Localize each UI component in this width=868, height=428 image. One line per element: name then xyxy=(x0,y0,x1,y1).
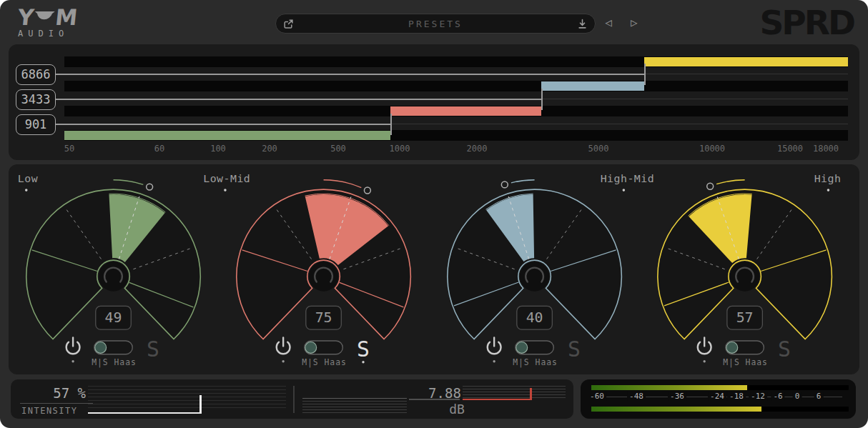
dial-knob-low[interactable] xyxy=(99,262,129,292)
meter-scale-label: -6 xyxy=(771,392,784,401)
band-segment-high-mid xyxy=(541,81,644,91)
prev-preset-button[interactable]: ◁ xyxy=(605,16,612,29)
crossover-freq-box[interactable]: 3433 xyxy=(16,89,56,110)
freq-axis-label: 10000 xyxy=(699,144,725,154)
meter-scale-label: -12 xyxy=(749,392,767,401)
db-handle[interactable] xyxy=(530,388,532,400)
bowl-icon xyxy=(34,11,56,23)
dial-knob-high-mid[interactable] xyxy=(520,262,550,292)
power-active-dot-low-mid xyxy=(282,360,284,362)
crossover-line xyxy=(54,74,644,75)
intensity-value: 57 % xyxy=(32,385,86,401)
intensity-slider[interactable] xyxy=(88,386,286,408)
ms-haas-toggle-knob-low-mid[interactable] xyxy=(305,342,317,353)
ms-haas-labels-low: M|S Haas xyxy=(92,357,137,368)
intensity-active-line xyxy=(88,412,200,414)
band-label-dot-low xyxy=(25,189,28,191)
meter-scale-label: -60 xyxy=(588,392,606,401)
meter-track-right xyxy=(591,407,849,412)
ms-haas-toggle-knob-high[interactable] xyxy=(726,342,738,353)
freq-axis-label: 200 xyxy=(262,144,277,154)
footer-divider xyxy=(293,386,295,413)
freq-axis-label: 18000 xyxy=(813,144,839,154)
ms-haas-labels-high-mid: M|S Haas xyxy=(513,357,558,368)
freq-axis-label: 50 xyxy=(64,144,74,154)
dial-indicator-handle-low-mid[interactable] xyxy=(364,187,370,194)
solo-button-low[interactable]: S xyxy=(147,337,159,362)
band-label-dot-low-mid xyxy=(224,189,227,191)
ms-haas-labels-high: M|S Haas xyxy=(723,357,768,368)
dial-indicator-arc-low xyxy=(114,180,144,185)
freq-axis-label: 100 xyxy=(210,144,226,154)
intensity-handle[interactable] xyxy=(199,395,202,414)
db-active-line xyxy=(463,399,531,400)
band-label-dot-high-mid xyxy=(623,189,626,191)
dial-value-low-mid: 75 xyxy=(315,309,332,326)
power-active-dot-low xyxy=(71,360,74,362)
dial-indicator-handle-high-mid[interactable] xyxy=(501,181,508,188)
dial-value-high-mid: 40 xyxy=(526,309,543,326)
band-label-dot-high xyxy=(827,189,830,191)
power-active-dot-high-mid xyxy=(493,360,495,362)
band-display-panel: 6866343390150601002005001000200050001000… xyxy=(9,44,859,160)
freq-axis-label: 60 xyxy=(154,144,164,154)
meter-scale-label: -24 xyxy=(708,392,726,401)
crossover-tick[interactable] xyxy=(390,114,392,135)
band-track-high-mid xyxy=(64,81,848,91)
dial-knob-low-mid[interactable] xyxy=(309,262,339,292)
dial-knob-high[interactable] xyxy=(730,262,760,292)
crossover-tick[interactable] xyxy=(541,89,543,110)
dial-indicator-arc-high xyxy=(716,180,745,184)
db-slider-positive[interactable] xyxy=(463,386,566,399)
band-label-low: Low xyxy=(18,172,38,185)
output-meter-panel: -60-48-36-24-18-12-606 xyxy=(581,379,856,419)
intensity-divider xyxy=(20,403,93,404)
band-segment-low-mid xyxy=(390,106,541,116)
crossover-freq-box[interactable]: 6866 xyxy=(16,64,56,85)
band-segment-low xyxy=(64,131,390,140)
intensity-label: INTENSITY xyxy=(21,406,78,416)
crossover-tick[interactable] xyxy=(644,64,646,85)
meter-fill-right xyxy=(591,407,761,412)
freq-axis-label: 500 xyxy=(330,144,346,154)
crossover-line xyxy=(54,124,390,125)
freq-axis-label: 1000 xyxy=(390,144,410,154)
solo-active-dot-low-mid xyxy=(362,361,364,363)
db-slider-negative[interactable] xyxy=(302,398,407,414)
meter-scale-label: 0 xyxy=(793,392,802,401)
brand-letter-y: Y xyxy=(16,6,35,28)
freq-axis-label: 2000 xyxy=(467,144,488,154)
ms-haas-toggle-knob-high-mid[interactable] xyxy=(516,342,528,353)
preset-bar[interactable]: PRESETS xyxy=(275,14,596,34)
dial-indicator-handle-low[interactable] xyxy=(147,184,153,190)
meter-track-left xyxy=(591,385,849,390)
solo-button-high-mid[interactable]: S xyxy=(568,337,581,362)
ms-haas-labels-low-mid: M|S Haas xyxy=(302,357,347,368)
db-unit: dB xyxy=(428,402,485,417)
ms-haas-toggle-knob-low[interactable] xyxy=(95,342,107,353)
dial-indicator-handle-high[interactable] xyxy=(707,183,714,189)
dials-canvas: 49LowM|S HaasS75Low-MidM|S HaasS40High-M… xyxy=(9,164,859,374)
meter-scale-label: -36 xyxy=(668,392,686,401)
band-label-low-mid: Low-Mid xyxy=(203,172,250,185)
db-slider-negative-top xyxy=(302,398,407,399)
crossover-freq-box[interactable]: 901 xyxy=(16,114,56,135)
meter-scale-label: -48 xyxy=(627,392,646,401)
freq-axis-label: 15000 xyxy=(777,144,803,154)
meter-scale-label: 6 xyxy=(814,392,824,401)
dial-value-low: 49 xyxy=(105,309,122,326)
sprd-logo: SPRD xyxy=(759,3,854,42)
solo-button-low-mid[interactable]: S xyxy=(357,337,370,362)
band-label-high-mid: High-Mid xyxy=(601,172,654,185)
crossover-line xyxy=(54,99,541,100)
plugin-window: Y M AUDIO PRESETS ◁ ▷ SPRD 6866343390150… xyxy=(0,0,868,428)
meter-fill-left xyxy=(591,385,747,390)
db-divider xyxy=(409,399,460,400)
freq-axis-label: 5000 xyxy=(588,144,609,154)
dial-indicator-arc-high-mid xyxy=(511,180,535,183)
next-preset-button[interactable]: ▷ xyxy=(631,16,638,29)
preset-label[interactable]: PRESETS xyxy=(276,19,595,29)
footer-panel: 57 % INTENSITY 7.88 dB xyxy=(11,379,573,419)
dial-indicator-arc-low-mid xyxy=(324,180,362,188)
solo-button-high[interactable]: S xyxy=(778,337,791,362)
